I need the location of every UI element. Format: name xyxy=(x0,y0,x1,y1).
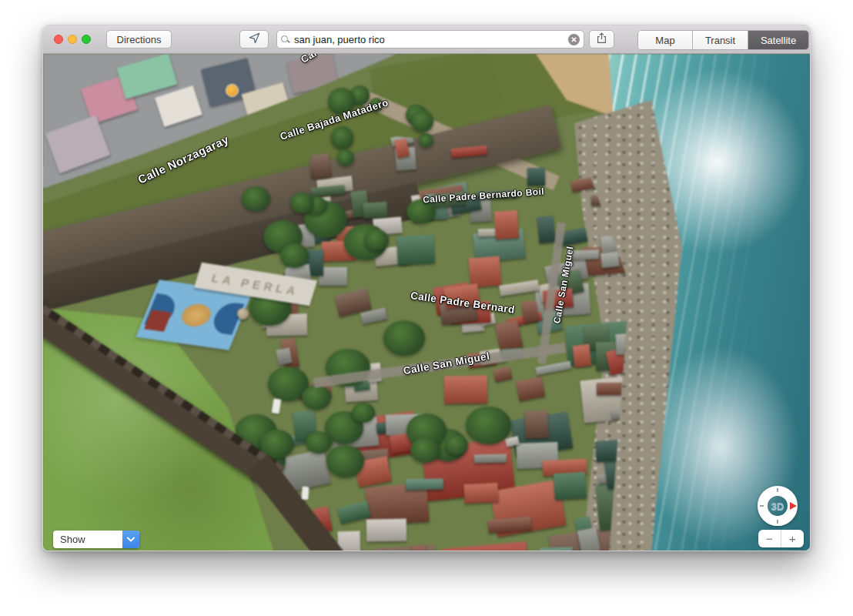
maps-app-window: Directions ✕ Map Transit Satellite xyxy=(42,25,811,551)
compass-3d-control[interactable]: 3D xyxy=(758,486,798,526)
location-arrow-icon xyxy=(249,32,260,46)
search-input[interactable] xyxy=(293,33,568,46)
tab-transit[interactable]: Transit xyxy=(693,31,748,49)
show-dropdown[interactable]: Show xyxy=(53,531,139,548)
zoom-controls: − + xyxy=(758,530,804,547)
sentry-box xyxy=(237,308,249,320)
share-icon xyxy=(597,32,607,46)
close-window-button[interactable] xyxy=(54,35,63,44)
tab-satellite[interactable]: Satellite xyxy=(748,31,808,49)
satellite-imagery: LA PERLA xyxy=(43,54,811,551)
zoom-window-button[interactable] xyxy=(82,35,91,44)
search-field: ✕ xyxy=(276,30,584,49)
directions-button[interactable]: Directions xyxy=(106,30,172,49)
white-van xyxy=(301,487,309,500)
tab-map[interactable]: Map xyxy=(638,31,693,49)
compass-3d-label: 3D xyxy=(758,486,798,526)
chevron-down-icon xyxy=(122,531,139,548)
restaurant-poi-icon[interactable] xyxy=(226,84,239,97)
current-location-button[interactable] xyxy=(239,30,269,49)
minimize-window-button[interactable] xyxy=(68,35,77,44)
search-icon xyxy=(281,35,289,44)
show-dropdown-label: Show xyxy=(53,531,122,548)
map-canvas[interactable]: LA PERLA CalCalle NorzagarayCalle Bajada… xyxy=(43,54,811,551)
clear-search-icon[interactable]: ✕ xyxy=(568,34,580,45)
zoom-in-button[interactable]: + xyxy=(781,530,804,547)
zoom-out-button[interactable]: − xyxy=(758,530,781,547)
titlebar: Directions ✕ Map Transit Satellite xyxy=(43,25,810,54)
view-mode-segmented-control: Map Transit Satellite xyxy=(637,30,809,50)
share-button[interactable] xyxy=(589,30,614,49)
